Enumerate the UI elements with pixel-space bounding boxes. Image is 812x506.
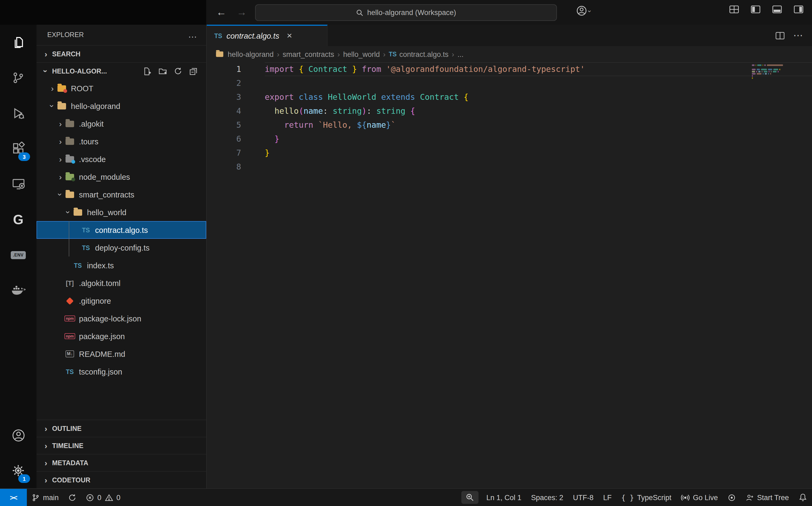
start-tree-button[interactable]: Start Tree <box>740 489 794 506</box>
breadcrumb-separator: › <box>452 50 454 59</box>
breadcrumb-item-contract.algo.ts[interactable]: TScontract.algo.ts <box>389 50 449 58</box>
toggle-secondary-sidebar-icon[interactable] <box>794 5 803 13</box>
cursor-position[interactable]: Ln 1, Col 1 <box>482 489 526 506</box>
codetour-section-header[interactable]: › CODETOUR <box>36 471 206 488</box>
zoom-indicator[interactable] <box>461 491 478 504</box>
tree-item-.gitignore[interactable]: .gitignore <box>36 292 206 310</box>
go-live-button[interactable]: Go Live <box>676 489 723 506</box>
tree-item-contract.algo.ts[interactable]: TScontract.algo.ts <box>36 221 206 239</box>
code-line-1[interactable]: import { Contract } from '@algorandfound… <box>265 62 812 76</box>
accounts-activity-button[interactable] <box>0 417 36 453</box>
sidebar-bottom-sections: › OUTLINE › TIMELINE › METADATA › CODETO… <box>36 420 206 488</box>
encoding-status[interactable]: UTF-8 <box>568 489 598 506</box>
code-line-2[interactable] <box>265 76 812 90</box>
source-control-activity-button[interactable] <box>0 60 36 95</box>
breadcrumb-item-hello_world[interactable]: hello_world <box>343 50 380 58</box>
breadcrumb-label: smart_contracts <box>283 50 334 58</box>
code-line-7[interactable]: } <box>265 146 812 160</box>
dotenv-activity-button[interactable]: .ENV <box>0 237 36 273</box>
timeline-section-header[interactable]: › TIMELINE <box>36 437 206 454</box>
extensions-activity-button[interactable]: 3 <box>0 131 36 166</box>
search-section-header[interactable]: › SEARCH <box>36 45 206 62</box>
typescript-file-icon: TS <box>64 367 75 376</box>
docker-activity-button[interactable] <box>0 273 36 308</box>
outline-section-header[interactable]: › OUTLINE <box>36 420 206 437</box>
branch-status[interactable]: main <box>27 489 64 506</box>
broadcast-icon <box>681 493 689 502</box>
tree-item-node_modules[interactable]: ›node_modules <box>36 168 206 186</box>
tree-item-package.json[interactable]: npmpackage.json <box>36 327 206 345</box>
code-line-3[interactable]: export class HelloWorld extends Contract… <box>265 90 812 104</box>
toggle-primary-sidebar-icon[interactable] <box>751 5 760 13</box>
editor-more-actions[interactable]: ⋯ <box>793 29 803 41</box>
g-extension-activity-button[interactable]: G <box>0 202 36 237</box>
problems-status[interactable]: 0 0 <box>81 489 125 506</box>
code-editor[interactable]: 12345678 import { Contract } from '@algo… <box>207 62 812 488</box>
breadcrumb-item-smart_contracts[interactable]: smart_contracts <box>283 50 334 58</box>
tree-item-.tours[interactable]: ›.tours <box>36 133 206 150</box>
breadcrumb-item-...[interactable]: ... <box>457 50 464 58</box>
new-file-icon[interactable] <box>143 67 151 75</box>
tree-item-tsconfig.json[interactable]: TStsconfig.json <box>36 363 206 381</box>
chevron-right-icon: › <box>48 84 56 93</box>
tab-contract-algo-ts[interactable]: TS contract.algo.ts × <box>207 25 327 46</box>
forward-button[interactable]: → <box>234 5 249 20</box>
remote-explorer-activity-button[interactable] <box>0 166 36 202</box>
code-line-5[interactable]: return `Hello, ${name}` <box>265 118 812 132</box>
tree-item-label: contract.algo.ts <box>95 226 148 234</box>
tree-item-package-lock.json[interactable]: npmpackage-lock.json <box>36 310 206 327</box>
folder-icon <box>73 208 83 217</box>
docker-icon <box>11 284 26 297</box>
metadata-section-header[interactable]: › METADATA <box>36 454 206 471</box>
code-content[interactable]: import { Contract } from '@algorandfound… <box>249 62 812 488</box>
split-editor-icon[interactable] <box>776 31 785 39</box>
tree-item-hello-algorand[interactable]: ›hello-algorand <box>36 97 206 115</box>
chevron-right-icon: › <box>56 172 64 181</box>
minimap[interactable] <box>752 64 783 82</box>
collapse-all-icon[interactable] <box>189 67 198 75</box>
line-number: 1 <box>207 62 241 76</box>
tree-item-deploy-config.ts[interactable]: TSdeploy-config.ts <box>36 239 206 256</box>
language-status[interactable]: { } TypeScript <box>616 489 676 506</box>
back-button[interactable]: ← <box>214 5 229 20</box>
indentation-status[interactable]: Spaces: 2 <box>526 489 568 506</box>
code-line-6[interactable]: } <box>265 132 812 146</box>
customize-layout-icon[interactable] <box>729 5 739 13</box>
typescript-file-icon: TS <box>81 243 91 252</box>
remote-indicator[interactable]: >< <box>0 489 27 506</box>
tree-item-.algokit.toml[interactable]: [T].algokit.toml <box>36 274 206 292</box>
tree-item-index.ts[interactable]: TSindex.ts <box>36 256 206 274</box>
new-folder-icon[interactable] <box>158 67 167 75</box>
command-center-search[interactable]: hello-algorand (Workspace) <box>255 4 557 21</box>
code-line-8[interactable] <box>265 160 812 174</box>
toggle-panel-icon[interactable] <box>772 5 782 13</box>
code-line-4[interactable]: hello(name: string): string { <box>265 104 812 118</box>
close-icon[interactable]: × <box>287 30 292 41</box>
chevron-down-icon: › <box>64 208 73 216</box>
search-icon <box>356 9 363 16</box>
account-menu[interactable]: › <box>576 5 591 17</box>
breadcrumb-item-hello-algorand[interactable]: hello-algorand <box>214 50 274 59</box>
chevron-down-icon: › <box>56 190 65 198</box>
tree-item-smart_contracts[interactable]: ›smart_contracts <box>36 186 206 203</box>
minimap-line <box>752 75 783 76</box>
workspace-section-header[interactable]: › HELLO-ALGOR... <box>36 62 206 79</box>
tree-item-.vscode[interactable]: ›.vscode <box>36 150 206 168</box>
views-more-actions[interactable]: … <box>188 29 198 40</box>
status-misc-icon[interactable] <box>723 489 740 506</box>
tree-item-.algokit[interactable]: ›.algokit <box>36 115 206 133</box>
notifications-bell[interactable] <box>794 489 812 506</box>
breadcrumb-separator: › <box>338 50 340 59</box>
sync-status[interactable] <box>64 489 81 506</box>
eol-status[interactable]: LF <box>598 489 616 506</box>
run-debug-activity-button[interactable] <box>0 95 36 131</box>
settings-activity-button[interactable]: 1 <box>0 453 36 488</box>
tree-item-README.md[interactable]: M↓README.md <box>36 345 206 363</box>
tree-item-ROOT[interactable]: ›ROOT <box>36 79 206 97</box>
refresh-icon[interactable] <box>174 67 182 75</box>
minimap-line <box>752 73 783 74</box>
braces-icon: { } <box>621 493 634 501</box>
explorer-activity-button[interactable] <box>0 25 36 60</box>
tree-item-hello_world[interactable]: ›hello_world <box>36 203 206 221</box>
folder-icon <box>56 102 67 110</box>
